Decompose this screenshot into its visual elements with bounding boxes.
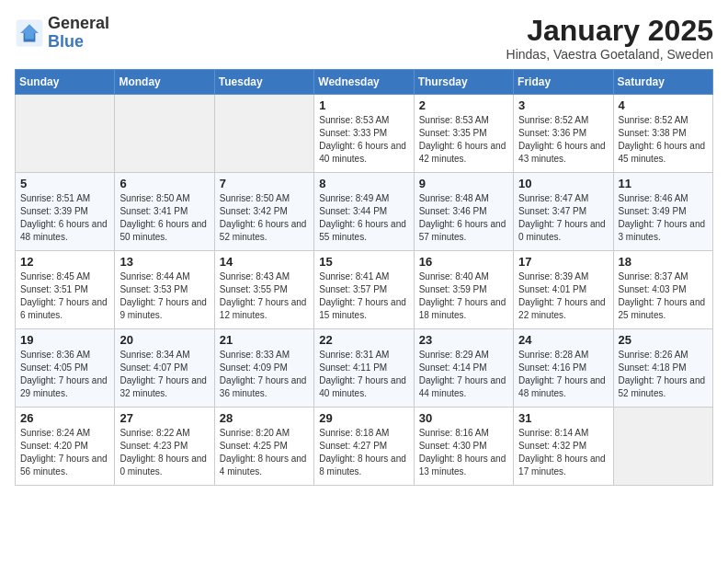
- day-info: Sunrise: 8:29 AM Sunset: 4:14 PM Dayligh…: [419, 349, 508, 400]
- day-cell: 15Sunrise: 8:41 AM Sunset: 3:57 PM Dayli…: [314, 251, 414, 329]
- weekday-header-monday: Monday: [115, 70, 214, 95]
- day-number: 3: [518, 98, 608, 112]
- logo-line2: Blue: [48, 33, 109, 52]
- day-cell: [214, 95, 313, 173]
- day-info: Sunrise: 8:26 AM Sunset: 4:18 PM Dayligh…: [619, 349, 708, 400]
- day-info: Sunrise: 8:33 AM Sunset: 4:09 PM Dayligh…: [220, 349, 309, 400]
- day-info: Sunrise: 8:36 AM Sunset: 4:05 PM Dayligh…: [20, 349, 109, 400]
- day-cell: 9Sunrise: 8:48 AM Sunset: 3:46 PM Daylig…: [414, 173, 513, 251]
- day-cell: 21Sunrise: 8:33 AM Sunset: 4:09 PM Dayli…: [214, 329, 313, 408]
- day-cell: 4Sunrise: 8:52 AM Sunset: 3:38 PM Daylig…: [613, 95, 712, 173]
- week-row-1: 1Sunrise: 8:53 AM Sunset: 3:33 PM Daylig…: [16, 95, 713, 173]
- day-cell: 22Sunrise: 8:31 AM Sunset: 4:11 PM Dayli…: [314, 329, 414, 408]
- calendar-title: January 2025: [506, 15, 713, 47]
- day-info: Sunrise: 8:45 AM Sunset: 3:51 PM Dayligh…: [20, 270, 109, 322]
- day-number: 23: [419, 333, 508, 347]
- day-number: 1: [319, 98, 408, 112]
- day-info: Sunrise: 8:50 AM Sunset: 3:41 PM Dayligh…: [119, 192, 209, 244]
- weekday-header-tuesday: Tuesday: [214, 70, 313, 95]
- week-row-3: 12Sunrise: 8:45 AM Sunset: 3:51 PM Dayli…: [16, 251, 713, 329]
- day-info: Sunrise: 8:28 AM Sunset: 4:16 PM Dayligh…: [518, 349, 608, 400]
- day-number: 25: [619, 333, 708, 347]
- day-number: 10: [518, 177, 608, 190]
- weekday-header-wednesday: Wednesday: [314, 70, 414, 95]
- day-number: 31: [518, 411, 608, 425]
- header-row: General Blue January 2025 Hindas, Vaestr…: [15, 15, 713, 62]
- day-number: 6: [119, 177, 209, 190]
- day-number: 17: [518, 255, 608, 269]
- day-cell: 16Sunrise: 8:40 AM Sunset: 3:59 PM Dayli…: [414, 251, 513, 329]
- day-number: 14: [220, 255, 309, 269]
- day-cell: 3Sunrise: 8:52 AM Sunset: 3:36 PM Daylig…: [514, 95, 613, 173]
- weekday-header-friday: Friday: [514, 70, 613, 95]
- day-info: Sunrise: 8:44 AM Sunset: 3:53 PM Dayligh…: [119, 270, 209, 322]
- day-info: Sunrise: 8:16 AM Sunset: 4:30 PM Dayligh…: [419, 427, 508, 478]
- day-info: Sunrise: 8:53 AM Sunset: 3:35 PM Dayligh…: [419, 114, 508, 166]
- day-cell: 1Sunrise: 8:53 AM Sunset: 3:33 PM Daylig…: [314, 95, 414, 173]
- weekday-header-sunday: Sunday: [16, 70, 115, 95]
- day-number: 29: [319, 411, 408, 425]
- day-number: 13: [119, 255, 209, 269]
- day-info: Sunrise: 8:39 AM Sunset: 4:01 PM Dayligh…: [518, 270, 608, 322]
- day-cell: 25Sunrise: 8:26 AM Sunset: 4:18 PM Dayli…: [613, 329, 712, 408]
- day-cell: 30Sunrise: 8:16 AM Sunset: 4:30 PM Dayli…: [414, 408, 513, 486]
- day-cell: [613, 408, 712, 486]
- day-info: Sunrise: 8:41 AM Sunset: 3:57 PM Dayligh…: [319, 270, 408, 322]
- day-info: Sunrise: 8:53 AM Sunset: 3:33 PM Dayligh…: [319, 114, 408, 166]
- day-number: 15: [319, 255, 408, 269]
- day-info: Sunrise: 8:22 AM Sunset: 4:23 PM Dayligh…: [119, 427, 209, 478]
- weekday-header-saturday: Saturday: [613, 70, 712, 95]
- day-info: Sunrise: 8:52 AM Sunset: 3:36 PM Dayligh…: [518, 114, 608, 166]
- week-row-4: 19Sunrise: 8:36 AM Sunset: 4:05 PM Dayli…: [16, 329, 713, 408]
- day-cell: 29Sunrise: 8:18 AM Sunset: 4:27 PM Dayli…: [314, 408, 414, 486]
- day-number: 9: [419, 177, 508, 190]
- day-cell: 26Sunrise: 8:24 AM Sunset: 4:20 PM Dayli…: [16, 408, 115, 486]
- day-number: 8: [319, 177, 408, 190]
- day-cell: 19Sunrise: 8:36 AM Sunset: 4:05 PM Dayli…: [16, 329, 115, 408]
- day-info: Sunrise: 8:49 AM Sunset: 3:44 PM Dayligh…: [319, 192, 408, 244]
- day-number: 20: [119, 333, 209, 347]
- day-info: Sunrise: 8:24 AM Sunset: 4:20 PM Dayligh…: [20, 427, 109, 478]
- day-cell: [16, 95, 115, 173]
- day-cell: 8Sunrise: 8:49 AM Sunset: 3:44 PM Daylig…: [314, 173, 414, 251]
- day-info: Sunrise: 8:14 AM Sunset: 4:32 PM Dayligh…: [518, 427, 608, 478]
- day-cell: 31Sunrise: 8:14 AM Sunset: 4:32 PM Dayli…: [514, 408, 613, 486]
- day-number: 19: [20, 333, 109, 347]
- day-info: Sunrise: 8:40 AM Sunset: 3:59 PM Dayligh…: [419, 270, 508, 322]
- day-cell: 20Sunrise: 8:34 AM Sunset: 4:07 PM Dayli…: [115, 329, 214, 408]
- day-number: 11: [619, 177, 708, 190]
- day-info: Sunrise: 8:47 AM Sunset: 3:47 PM Dayligh…: [518, 192, 608, 244]
- day-info: Sunrise: 8:51 AM Sunset: 3:39 PM Dayligh…: [20, 192, 109, 244]
- day-number: 5: [20, 177, 109, 190]
- calendar-container: General Blue January 2025 Hindas, Vaestr…: [0, 0, 728, 493]
- day-info: Sunrise: 8:50 AM Sunset: 3:42 PM Dayligh…: [220, 192, 309, 244]
- weekday-header-thursday: Thursday: [414, 70, 513, 95]
- day-number: 18: [619, 255, 708, 269]
- week-row-2: 5Sunrise: 8:51 AM Sunset: 3:39 PM Daylig…: [16, 173, 713, 251]
- day-number: 28: [220, 411, 309, 425]
- week-row-5: 26Sunrise: 8:24 AM Sunset: 4:20 PM Dayli…: [16, 408, 713, 486]
- logo-text: General Blue: [48, 15, 109, 52]
- day-number: 24: [518, 333, 608, 347]
- day-info: Sunrise: 8:20 AM Sunset: 4:25 PM Dayligh…: [220, 427, 309, 478]
- day-cell: 17Sunrise: 8:39 AM Sunset: 4:01 PM Dayli…: [514, 251, 613, 329]
- day-info: Sunrise: 8:48 AM Sunset: 3:46 PM Dayligh…: [419, 192, 508, 244]
- day-info: Sunrise: 8:52 AM Sunset: 3:38 PM Dayligh…: [619, 114, 708, 166]
- day-number: 4: [619, 98, 708, 112]
- day-cell: [115, 95, 214, 173]
- day-number: 26: [20, 411, 109, 425]
- day-number: 16: [419, 255, 508, 269]
- logo-icon: [15, 18, 44, 48]
- day-number: 27: [119, 411, 209, 425]
- day-info: Sunrise: 8:46 AM Sunset: 3:49 PM Dayligh…: [619, 192, 708, 244]
- day-cell: 23Sunrise: 8:29 AM Sunset: 4:14 PM Dayli…: [414, 329, 513, 408]
- title-block: January 2025 Hindas, Vaestra Goetaland, …: [506, 15, 713, 62]
- day-number: 7: [220, 177, 309, 190]
- calendar-subtitle: Hindas, Vaestra Goetaland, Sweden: [506, 47, 713, 62]
- day-cell: 12Sunrise: 8:45 AM Sunset: 3:51 PM Dayli…: [16, 251, 115, 329]
- day-info: Sunrise: 8:18 AM Sunset: 4:27 PM Dayligh…: [319, 427, 408, 478]
- day-cell: 27Sunrise: 8:22 AM Sunset: 4:23 PM Dayli…: [115, 408, 214, 486]
- logo: General Blue: [15, 15, 109, 52]
- day-number: 22: [319, 333, 408, 347]
- day-number: 21: [220, 333, 309, 347]
